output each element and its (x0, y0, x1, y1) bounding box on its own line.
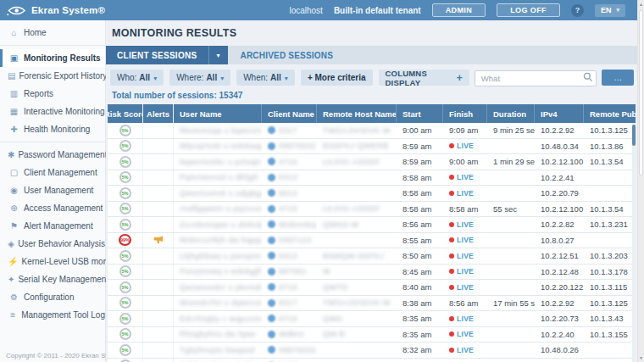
live-dot-icon (449, 191, 454, 196)
sidebar-item-password-management[interactable]: ✱Password Management (0, 146, 105, 164)
search-input[interactable] (475, 70, 597, 86)
logoff-button[interactable]: LOG OFF (497, 3, 560, 17)
header-cell-finish[interactable]: Finish (443, 104, 487, 123)
duration: 17 min 55 sec (487, 296, 535, 311)
header-cell-alerts[interactable]: Alerts (143, 104, 174, 123)
monitoring-results-icon: ▣ (8, 53, 20, 63)
sidebar-item-home[interactable]: ⌂Home (0, 24, 105, 42)
table-row[interactable]: 5%Qwertzumvk s ndjqkgpo90138:58 amLIVE10… (108, 186, 636, 202)
live-indicator[interactable]: LIVE (443, 327, 487, 343)
table-row[interactable]: 5%Tgbyhnujmi bwqasd098765328:32 amLIVE10… (108, 343, 636, 359)
language-select[interactable]: EN (595, 4, 625, 17)
sidebar-item-configuration[interactable]: ⚙Configuration (0, 288, 105, 306)
table-row[interactable]: 5%Ygbhnjmkiq u wqdnzrto47158:30 amLIVE10… (108, 359, 636, 362)
ipv4: 10.48.0.26 (535, 343, 584, 358)
columns-display-label: COLUMNS DISPLAY (386, 69, 452, 87)
sidebar-item-client-management[interactable]: ▢Client Management (0, 164, 105, 181)
filter-where[interactable]: Where:All (169, 70, 230, 86)
tab-archived-sessions[interactable]: ARCHIVED SESSIONS (241, 46, 334, 64)
scroll-up-icon[interactable]: ▲ (638, 2, 644, 7)
columns-display-button[interactable]: COLUMNS DISPLAY+ (379, 70, 469, 86)
live-indicator[interactable]: LIVE (443, 280, 487, 295)
live-indicator[interactable]: LIVE (443, 311, 487, 326)
sidebar-item-user-management[interactable]: ◉User Management (0, 181, 105, 199)
table-row[interactable]: 99%Mnbvcxzlkjh dw bqpgsdnvz04971238:55 a… (108, 233, 636, 249)
live-indicator[interactable]: LIVE (443, 139, 487, 154)
header-cell-risk-score[interactable]: Risk Score (108, 104, 143, 123)
risk-score-cell: 5% (108, 217, 143, 232)
sidebar-item-alert-management[interactable]: ⚑Alert Management (0, 217, 105, 235)
more-criteria-button[interactable]: + More criteria (301, 70, 373, 86)
header-cell-user-name[interactable]: User Name (174, 104, 262, 123)
tab-client-sessions[interactable]: CLIENT SESSIONS (106, 46, 208, 64)
table-row[interactable]: 5%Poiuytrewq s wdnkgjfl987061W8:45 amLIV… (108, 265, 636, 281)
help-button[interactable]: ? (571, 4, 584, 17)
scroll-down-icon[interactable]: ▼ (638, 355, 644, 360)
table-row[interactable]: 5%Lkjhgfdsaq u pwoqnmrt6313BNMQW-SDFKJ8:… (108, 248, 636, 265)
duration (487, 327, 535, 343)
remote-host-cell: QW-B (317, 327, 397, 343)
sidebar-item-user-behavior-analysis[interactable]: ◈User Behavior Analysis (0, 235, 105, 253)
page-scrollbar-thumb[interactable] (639, 10, 643, 175)
table-scrollbar[interactable] (632, 123, 636, 362)
table-row[interactable]: 5%Mlpoqrtvsb u wdnkaqpo09876532BSDFKJ-QW… (108, 139, 636, 155)
alerts-cell (143, 123, 174, 138)
sidebar-item-label: Forensic Export History (19, 71, 107, 81)
table-row[interactable]: 5%Edcrfvtgby c wqpozmrt6718QWD8:35 amLIV… (108, 311, 636, 327)
alerts-cell (143, 359, 174, 362)
health-monitoring-icon: ✚ (8, 125, 20, 134)
sidebar-item-forensic-export-history[interactable]: ▤Forensic Export History (0, 67, 105, 85)
sidebar-item-monitoring-results[interactable]: ▣Monitoring Results (0, 49, 105, 67)
remote-host-cell: LKJHG-ASDDF (317, 202, 397, 217)
header-cell-remote-public[interactable]: Remote Public... (584, 104, 636, 123)
sidebar-item-interactive-monitoring[interactable]: ▦Interactive Monitoring (0, 103, 105, 120)
table-row[interactable]: 5%Asdfgqwetn u pqzxovrm4715LKJHG-ASDDF8:… (108, 202, 636, 218)
page-scrollbar[interactable]: ▲ ▼ (637, 0, 644, 362)
start-time: 8:35 am (397, 327, 443, 343)
live-indicator[interactable]: LIVE (443, 217, 487, 232)
ipv4: 10.2.2.92 (535, 123, 584, 138)
remote-public-ip: 10.1.3.203 (584, 248, 636, 264)
start-time: 8:50 am (397, 248, 443, 264)
live-indicator[interactable]: LIVE (443, 265, 487, 280)
table-row[interactable]: 5%Pqmrtwvnsd u dkfjgh63138:58 amLIVE10.2… (108, 170, 636, 187)
live-indicator[interactable]: LIVE (443, 186, 487, 201)
user-name-redacted: Edcrfvtgby c wqpozmrt (180, 315, 262, 323)
table-row[interactable]: 5%Nqwzrtvmkc u pzloqtrn4715LKJHG-ASDDF8:… (108, 154, 636, 170)
sidebar-item-access-management[interactable]: ⊕Access Management (0, 199, 105, 217)
live-indicator[interactable]: LIVE (443, 248, 487, 264)
client-sessions-menu-button[interactable] (208, 46, 228, 64)
table-row[interactable]: 5%Zxcvbnmqwe s dmkolpqaWvbnmkqzQWKD-W8:5… (108, 217, 636, 233)
table-row[interactable]: 5%Wsxedcrfvt u dqwnzort9317TWGAJSHDVK-W8… (108, 296, 636, 312)
search-more-button[interactable]: … (602, 70, 634, 86)
table-scrollbar-thumb[interactable] (632, 125, 636, 146)
header-cell-ipv4[interactable]: IPv4 (535, 104, 584, 123)
live-indicator[interactable]: LIVE (443, 233, 487, 248)
sidebar-item-kernel-level-usb-monitoring[interactable]: ⚡Kernel-Level USB monitoring (0, 253, 105, 270)
user-name-cell: Edcrfvtgby c wqpozmrt (174, 311, 262, 326)
client-name-redacted: Wvbnmkqz (279, 220, 317, 229)
table-row[interactable]: 5%Rkvtnmsqa u bqwzortne0317TWGAJSHDVK-W9… (108, 123, 636, 139)
user-name-cell: Pqmrtwvnsd u dkfjgh (174, 170, 262, 186)
header-cell-duration[interactable]: Duration (487, 104, 535, 123)
table-header: Risk ScoreAlertsUser NameClient NameRemo… (108, 104, 636, 123)
table-row[interactable]: 5%Rfvtgbyhnu dw fqweWdbnzQW-B8:35 amLIVE… (108, 327, 636, 343)
admin-button[interactable]: ADMIN (432, 3, 486, 17)
sidebar-item-health-monitoring[interactable]: ✚Health Monitoring (0, 120, 105, 138)
user-management-icon: ◉ (8, 186, 20, 195)
sidebar-item-reports[interactable]: ▥Reports (0, 85, 105, 103)
live-indicator[interactable]: LIVE (443, 343, 487, 358)
client-name-cell: 6313 (262, 170, 317, 186)
live-indicator[interactable]: LIVE (443, 170, 487, 186)
sidebar-item-management-tool-log[interactable]: ≡Management Tool Log (0, 306, 105, 324)
table-row[interactable]: 5%Qazwsxedcr u pkvmdnrt6718QWTD8:40 amLI… (108, 280, 636, 296)
sidebar-item-label: Home (24, 28, 47, 37)
sidebar-item-serial-key-management[interactable]: ✦Serial Key Management (0, 270, 105, 288)
live-indicator[interactable]: LIVE (443, 359, 487, 362)
filter-when[interactable]: When:All (236, 70, 295, 86)
header-cell-start[interactable]: Start (397, 104, 443, 123)
header-cell-client-name[interactable]: Client Name (262, 104, 317, 123)
filter-who[interactable]: Who:All (110, 70, 164, 86)
live-dot-icon (449, 222, 454, 227)
header-cell-remote-host-name[interactable]: Remote Host Name (317, 104, 397, 123)
